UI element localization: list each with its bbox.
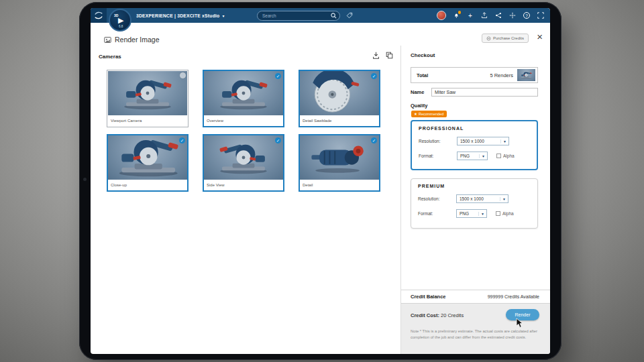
tier-name: PREMIUM [418,184,531,188]
credit-cost: Credit Cost: 20 Credits [411,312,464,318]
checkout-footer: Credit Cost: 20 Credits Render Note * Th… [401,304,550,354]
magic-wand-icon[interactable] [508,11,517,19]
format-select[interactable]: PNG ▼ [457,152,488,160]
duplicate-icon[interactable] [386,52,393,59]
camera-thumbnail [108,71,187,115]
topbar: 3DEXPERIENCE | 3DEXCITE xStudio ▾ [91,8,550,23]
xstudio-app-icon[interactable]: 3D ▶ 6.8 [109,9,131,32]
camera-selected-icon[interactable]: ✓ [179,137,185,143]
camera-thumbnail [204,135,283,180]
topbar-actions: + [437,8,545,23]
total-thumbnail [517,69,535,81]
resolution-select[interactable]: 1500 x 1000 ▼ [457,137,509,145]
camera-label: Detail Sawblade [300,115,379,126]
credits-icon [486,36,491,41]
camera-label: Close-up [108,180,187,190]
tier-premium[interactable]: PREMIUM Resolution: 1500 x 1000 ▼ Format… [411,178,538,229]
user-avatar[interactable] [437,11,446,20]
search-box [257,11,340,21]
purchase-credits-button[interactable]: Purchase Credits [482,34,529,43]
tier-professional[interactable]: PROFESSIONAL Resolution: 1500 x 1000 ▼ F… [411,120,538,170]
add-icon[interactable]: + [466,11,474,19]
close-icon[interactable]: × [537,32,543,42]
play-icon: ▶ [118,16,123,25]
device-camera-dot [83,178,87,181]
format-select[interactable]: PNG ▼ [456,209,487,218]
resolution-select[interactable]: 1500 x 1000 ▼ [456,194,508,203]
app-badge-version: 6.8 [119,25,123,28]
camera-thumbnail [108,135,187,180]
camera-card-side-view[interactable]: Side View ✓ [203,134,284,192]
camera-card-overview[interactable]: Overview ✓ [203,70,284,127]
camera-card-detail[interactable]: Detail ✓ [299,134,380,192]
credit-balance-row: Credit Balance 999999 Credits Available [401,290,550,304]
camera-grid: Viewport Camera Overview ✓ Detail Sawbla… [107,70,380,192]
camera-thumbnail [300,135,379,180]
camera-card-close-up[interactable]: Close-up ✓ [107,134,189,192]
camera-card-detail-sawblade[interactable]: Detail Sawblade ✓ [299,70,380,127]
render-image-icon [104,36,111,44]
total-label: Total [417,72,428,78]
name-label: Name [411,89,431,95]
credit-balance-value: 999999 Credits Available [488,294,539,299]
app-screen: 3DEXPERIENCE | 3DEXCITE xStudio ▾ [91,8,550,354]
chevron-down-icon: ▾ [222,13,224,18]
dialog-title: Render Image [115,36,160,44]
chevron-down-icon: ▼ [500,197,508,201]
notification-dot [458,11,462,14]
checkout-heading: Checkout [411,52,435,58]
chevron-down-icon: ▼ [478,212,486,216]
camera-label: Viewport Camera [108,115,187,126]
camera-unselected-icon[interactable] [180,72,186,78]
total-summary: Total 5 Renders [411,67,538,83]
camera-thumbnail [204,71,283,115]
alpha-checkbox[interactable] [496,154,501,158]
cameras-heading: Cameras [99,54,121,60]
tier-name: PROFESSIONAL [419,126,530,131]
name-row: Name [411,88,538,97]
camera-card-viewport[interactable]: Viewport Camera [107,70,189,127]
alpha-checkbox[interactable] [496,211,500,216]
tablet-frame: 3DEXPERIENCE | 3DEXCITE xStudio ▾ [79,2,561,360]
chevron-down-icon: ▼ [500,139,508,143]
desktop-background: 3DEXPERIENCE | 3DEXCITE xStudio ▾ [0,0,644,362]
search-input[interactable] [262,13,331,18]
export-icon[interactable] [480,11,488,19]
share-icon[interactable] [494,11,502,19]
estimate-note: Note * This is a preliminary estimate. T… [411,328,541,341]
recommended-badge: ★ Recommended [411,111,447,117]
camera-selected-icon[interactable]: ✓ [371,137,377,143]
app-title-label: 3DEXPERIENCE | 3DEXCITE xStudio [136,13,219,18]
camera-label: Detail [300,180,379,190]
format-label: Format: [419,154,457,158]
format-label: Format: [418,211,456,216]
tag-icon[interactable] [346,12,353,19]
camera-label: Overview [204,115,283,126]
app-title[interactable]: 3DEXPERIENCE | 3DEXCITE xStudio ▾ [136,8,225,23]
quality-label: Quality [411,103,427,109]
download-icon[interactable] [372,52,380,59]
search-icon[interactable] [331,13,337,19]
camera-thumbnail [300,71,379,115]
chevron-down-icon: ▼ [479,154,487,158]
star-icon: ★ [414,112,417,116]
camera-selected-icon[interactable]: ✓ [371,73,377,79]
help-icon[interactable]: ? [523,11,531,19]
3ds-logo-icon[interactable] [91,8,107,23]
dialog-title-row: Render Image [104,36,160,44]
alpha-label: Alpha [503,154,515,158]
mouse-cursor [516,318,524,328]
credit-balance-label: Credit Balance [411,294,446,300]
camera-label: Side View [204,180,283,190]
name-input[interactable] [431,88,538,97]
resolution-label: Resolution: [419,139,457,143]
alpha-label: Alpha [502,211,514,216]
cameras-toolbar [372,52,393,59]
total-value: 5 Renders [490,72,513,78]
notifications-bell-icon[interactable] [452,11,460,19]
camera-selected-icon[interactable]: ✓ [275,73,281,79]
camera-selected-icon[interactable]: ✓ [275,137,281,143]
resolution-label: Resolution: [418,196,456,201]
fullscreen-icon[interactable] [537,11,545,19]
